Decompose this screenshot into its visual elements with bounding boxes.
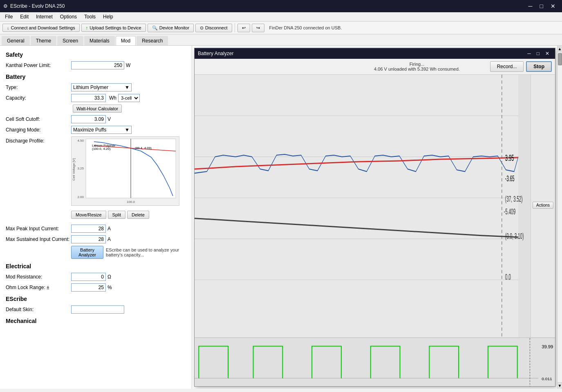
title-bar: ⚙ EScribe - Evolv DNA 250 ─ □ ✕ [0, 0, 562, 12]
ohm-lock-input[interactable] [71, 283, 106, 292]
dialog-controls: ─ □ ✕ [525, 50, 552, 57]
battery-chart-svg: 3.95 -3.65 (37, 3.52) (0.0, 3.10) 0.0 -5… [195, 75, 531, 337]
svg-text:(89.4, 4.09): (89.4, 4.09) [135, 146, 152, 150]
battery-section-title: Battery [6, 74, 186, 80]
battery-analyzer-button[interactable]: Battery Analyzer [71, 246, 103, 259]
menu-tools[interactable]: Tools [81, 13, 99, 20]
discharge-chart-svg: 4.50 3.25 2.00 100.0 Cell Voltage [V] [72, 137, 179, 205]
kanthal-input[interactable] [71, 61, 124, 69]
tab-general[interactable]: General [2, 36, 30, 45]
main-content: Safety Kanthal Power Limit: W Battery Ty… [0, 46, 562, 389]
move-resize-button[interactable]: Move/Resize [71, 211, 106, 219]
max-sustained-label: Max Sustained Input Current: [6, 236, 71, 242]
menu-edit[interactable]: Edit [17, 13, 32, 20]
dialog-maximize-button[interactable]: □ [534, 50, 542, 57]
firing-chart-svg: 39.99 0.011 [195, 338, 555, 386]
svg-text:2.00: 2.00 [77, 195, 84, 199]
discharge-profile-chart: 4.50 3.25 2.00 100.0 Cell Voltage [V] [71, 136, 179, 206]
dialog-minimize-button[interactable]: ─ [525, 50, 533, 57]
battery-analyzer-dialog: Battery Analyzer ─ □ ✕ Firing... 4.06 V … [194, 48, 555, 387]
tab-mod[interactable]: Mod [116, 36, 136, 45]
menu-internet[interactable]: Internet [33, 13, 56, 20]
tab-screen[interactable]: Screen [57, 36, 83, 45]
minimize-button[interactable]: ─ [525, 2, 536, 10]
battery-type-label: Type: [6, 85, 71, 90]
scroll-down-button[interactable]: ▼ [558, 382, 562, 389]
chart-buttons: Move/Resize Split Delete [71, 211, 179, 219]
scroll-up-button[interactable]: ▲ [558, 46, 562, 52]
max-peak-unit: A [107, 226, 111, 232]
default-skin-input[interactable] [71, 305, 124, 314]
stop-button[interactable]: Stop [526, 61, 552, 72]
dialog-close-button[interactable]: ✕ [543, 50, 552, 57]
device-monitor-button[interactable]: 🔍 Device Monitor [148, 24, 194, 32]
delete-button[interactable]: Delete [127, 211, 149, 219]
svg-text:-5.409: -5.409 [504, 207, 516, 216]
ohm-lock-row: Ohm Lock Range: ± % [6, 283, 186, 292]
connect-download-button[interactable]: ↓ Connect and Download Settings [2, 24, 80, 32]
vertical-scrollbar[interactable]: ▲ ▼ [557, 46, 562, 389]
kanthal-label: Kanthal Power Limit: [6, 62, 71, 68]
right-panel: EVOLV Battery Analyzer ─ □ ✕ Firing... 4… [192, 46, 562, 389]
kanthal-unit: W [126, 62, 130, 68]
battery-type-dropdown[interactable]: Lithium Polymer ▼ [71, 83, 132, 91]
menu-file[interactable]: File [2, 13, 16, 20]
svg-text:39.99: 39.99 [542, 344, 553, 349]
ohm-lock-label: Ohm Lock Range: ± [6, 285, 71, 290]
default-skin-label: Default Skin: [6, 307, 71, 312]
capacity-input[interactable] [71, 94, 106, 102]
menu-bar: File Edit Internet Options Tools Help [0, 12, 562, 22]
disconnect-icon: ⊙ [200, 25, 204, 31]
mod-resistance-input[interactable] [71, 273, 106, 281]
upload-settings-button[interactable]: ↑ Upload Settings to Device [81, 24, 146, 32]
record-button[interactable]: Record... [490, 61, 524, 72]
cell-cutoff-row: Cell Soft Cutoff: V [6, 115, 186, 123]
mod-resistance-label: Mod Resistance: [6, 274, 71, 280]
scroll-thumb[interactable] [558, 53, 562, 65]
mod-resistance-unit: Ω [107, 274, 111, 280]
wh-calc-row: Watt-Hour Calculator [6, 105, 186, 113]
upload-icon: ↑ [86, 25, 88, 30]
svg-text:0.0: 0.0 [505, 273, 511, 282]
max-peak-label: Max Peak Input Current: [6, 226, 71, 232]
max-sustained-input[interactable] [71, 235, 106, 243]
close-button[interactable]: ✕ [547, 2, 559, 10]
actions-button[interactable]: Actions [533, 202, 553, 209]
tab-research[interactable]: Research [137, 36, 168, 45]
max-peak-input[interactable] [71, 225, 106, 233]
bottom-chart: 39.99 0.011 [195, 337, 555, 386]
cell-count-select[interactable]: 3-cell 1-cell 2-cell [118, 94, 140, 102]
capacity-row: Capacity: Wh 3-cell 1-cell 2-cell [6, 94, 186, 102]
maximize-button[interactable]: □ [537, 2, 546, 10]
svg-text:Cell Voltage [V]: Cell Voltage [V] [72, 158, 76, 181]
redo-button[interactable]: ↪ [252, 24, 264, 32]
disconnect-button[interactable]: ⊙ Disconnect [195, 24, 232, 32]
charging-mode-dropdown[interactable]: Maximize Puffs ▼ [71, 126, 132, 134]
menu-help[interactable]: Help [100, 13, 116, 20]
actions-button-container[interactable]: Actions [533, 202, 553, 209]
cell-cutoff-input[interactable] [71, 115, 106, 123]
svg-text:(37, 3.52): (37, 3.52) [505, 195, 523, 204]
toolbar-separator [235, 23, 235, 32]
split-button[interactable]: Split [108, 211, 125, 219]
chart-sidebar: Actions [531, 75, 555, 337]
tab-theme[interactable]: Theme [31, 36, 56, 45]
escribe-section-title: EScribe [6, 296, 186, 302]
connect-icon: ↓ [7, 25, 9, 30]
menu-options[interactable]: Options [57, 13, 80, 20]
default-skin-row: Default Skin: [6, 305, 186, 314]
mechanical-section-title: Mechanical [6, 318, 186, 324]
tab-materials[interactable]: Materials [84, 36, 115, 45]
svg-text:4.50: 4.50 [77, 139, 84, 143]
mod-resistance-row: Mod Resistance: Ω [6, 273, 186, 281]
undo-button[interactable]: ↩ [237, 24, 250, 32]
ohm-lock-unit: % [107, 285, 112, 290]
connection-status: FinDer DNA 250 connected on USB. [269, 25, 342, 30]
cell-cutoff-label: Cell Soft Cutoff: [6, 116, 71, 122]
dialog-status: Firing... 4.06 V unloaded with 5.392 Wh … [344, 62, 490, 71]
electrical-section-title: Electrical [6, 263, 186, 270]
svg-text:3.25: 3.25 [77, 167, 84, 170]
kanthal-row: Kanthal Power Limit: W [6, 61, 186, 69]
wh-calculator-button[interactable]: Watt-Hour Calculator [73, 105, 122, 113]
charging-mode-label: Charging Mode: [6, 127, 71, 133]
